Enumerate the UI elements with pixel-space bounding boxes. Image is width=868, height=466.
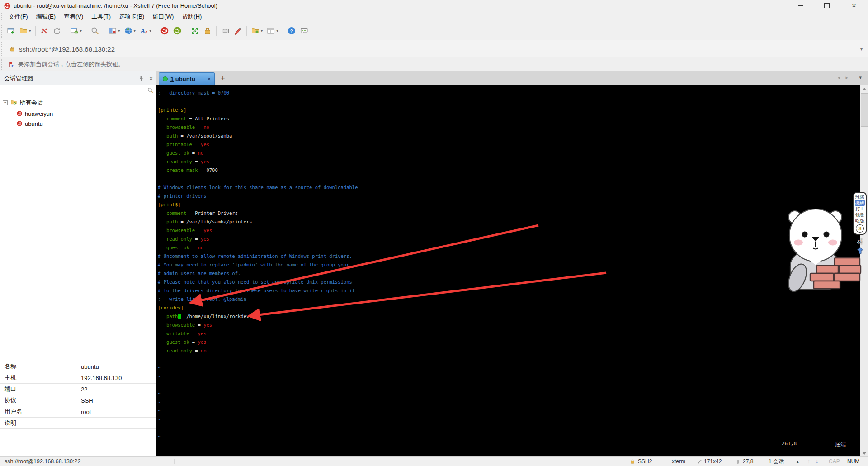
menu-item[interactable]: 工具(T) bbox=[87, 11, 115, 22]
session-item-ubuntu[interactable]: ubuntu bbox=[11, 119, 53, 128]
minimize-button[interactable] bbox=[790, 0, 810, 11]
tree-root-label[interactable]: 所有会话 bbox=[19, 99, 43, 107]
status-protocol[interactable]: SSH2 bbox=[638, 457, 652, 466]
property-value[interactable]: root bbox=[77, 406, 156, 417]
tree-root-all-sessions[interactable]: − 所有会话 bbox=[3, 99, 43, 107]
dropdown-arrow-icon[interactable]: ▾ bbox=[149, 29, 151, 33]
svg-text:?: ? bbox=[290, 29, 293, 34]
terminal-text: ; directory mask = 0700 [printers] comme… bbox=[158, 89, 358, 441]
pin-icon[interactable] bbox=[136, 75, 146, 81]
sticker-caption: 球陪搬砖打工领急吃饭S 葵 bbox=[853, 192, 867, 255]
toolbar-separator bbox=[246, 26, 247, 36]
font-button[interactable]: A▾ bbox=[138, 24, 153, 37]
tree-expander-icon[interactable]: − bbox=[3, 100, 8, 105]
terminal-screen[interactable]: ; directory mask = 0700 [printers] comme… bbox=[156, 85, 868, 457]
xshell-button[interactable] bbox=[159, 24, 170, 37]
status-session-count[interactable]: 1 会话 bbox=[769, 457, 784, 466]
keyboard-button[interactable] bbox=[219, 24, 231, 37]
status-separator bbox=[222, 459, 222, 464]
scroll-down-icon[interactable] bbox=[860, 450, 868, 457]
folder-plus-button[interactable]: ▾ bbox=[250, 24, 264, 37]
open-folder-button[interactable]: ▾ bbox=[18, 24, 33, 37]
session-properties-button[interactable]: ▾ bbox=[69, 24, 84, 37]
tree-guide-stub bbox=[5, 124, 10, 124]
session-item-huaweiyun[interactable]: huaweiyun bbox=[11, 109, 53, 119]
lock-icon bbox=[203, 26, 212, 35]
scroll-top-icon[interactable]: ↑ bbox=[807, 457, 810, 466]
property-value[interactable] bbox=[77, 418, 156, 428]
layout-button[interactable]: ▾ bbox=[265, 24, 280, 37]
address-value[interactable]: ssh://root:*@192.168.68.130:22 bbox=[19, 45, 115, 53]
address-bar[interactable]: ssh://root:*@192.168.68.130:22 ▾ bbox=[0, 40, 868, 58]
session-search-input[interactable] bbox=[2, 86, 144, 96]
menu-item[interactable]: 文件(F) bbox=[5, 11, 32, 22]
web-button[interactable]: ▾ bbox=[123, 24, 137, 37]
flag-icon[interactable] bbox=[8, 61, 15, 68]
dropdown-arrow-icon[interactable]: ▾ bbox=[29, 29, 31, 33]
property-label: 名称 bbox=[0, 362, 77, 371]
xftp-button[interactable] bbox=[171, 24, 183, 37]
dropdown-arrow-icon[interactable]: ▾ bbox=[276, 29, 278, 33]
terminal-line: ~ bbox=[158, 364, 358, 372]
compose-button[interactable]: ▾ bbox=[107, 24, 122, 37]
close-button[interactable]: × bbox=[844, 0, 864, 11]
reconnect-icon bbox=[52, 26, 61, 35]
help-button[interactable]: ? bbox=[286, 24, 297, 37]
dropdown-arrow-icon[interactable]: ▾ bbox=[261, 29, 263, 33]
menu-item[interactable]: 查看(V) bbox=[60, 11, 87, 22]
connected-dot-icon bbox=[163, 76, 168, 81]
address-dropdown-icon[interactable]: ▾ bbox=[860, 47, 863, 52]
property-label: 端口 bbox=[0, 385, 77, 393]
scroll-bottom-icon[interactable]: ↓ bbox=[816, 457, 818, 466]
terminal-line: ~ bbox=[158, 433, 358, 441]
disconnect-button[interactable] bbox=[38, 24, 50, 37]
tab-scroll-right-icon[interactable]: ▸ bbox=[845, 75, 848, 81]
main-area: 会话管理器 × − 所有会话 huaweiyunubuntu 名称ubuntu主… bbox=[0, 71, 868, 457]
scroll-up-icon[interactable] bbox=[860, 85, 868, 92]
terminal-line: read only = yes bbox=[158, 235, 358, 243]
tab-list-icon[interactable]: ▾ bbox=[859, 75, 862, 81]
fullscreen-button[interactable] bbox=[189, 24, 201, 37]
search-icon[interactable] bbox=[147, 87, 154, 95]
reconnect-button[interactable] bbox=[51, 24, 63, 37]
scrollbar-thumb[interactable] bbox=[861, 93, 868, 127]
terminal-line: guest ok = yes bbox=[158, 338, 358, 347]
dropdown-arrow-icon[interactable]: ▾ bbox=[118, 29, 120, 33]
status-terminal-size[interactable]: 171x42 bbox=[704, 457, 722, 466]
property-value[interactable] bbox=[77, 429, 156, 440]
session-item-label[interactable]: huaweiyun bbox=[25, 110, 53, 117]
property-value[interactable]: SSH bbox=[77, 395, 156, 406]
ssl-lock-icon bbox=[9, 46, 15, 52]
dropdown-arrow-icon[interactable]: ▾ bbox=[80, 29, 82, 33]
vim-ruler-position: 261,8 bbox=[782, 441, 797, 447]
menu-item[interactable]: 帮助(H) bbox=[178, 11, 206, 22]
status-terminal-type[interactable]: xterm bbox=[672, 457, 685, 466]
tab-ubuntu[interactable]: 1 ubuntu × bbox=[159, 72, 215, 85]
status-cursor-position[interactable]: 27,8 bbox=[743, 457, 753, 466]
pen-button[interactable] bbox=[232, 24, 244, 37]
session-item-label[interactable]: ubuntu bbox=[25, 120, 43, 127]
menu-item[interactable]: 选项卡(B) bbox=[115, 11, 148, 22]
terminal-line: [printers] bbox=[158, 106, 358, 114]
session-popup-icon[interactable]: ▴ bbox=[797, 457, 799, 466]
pen-icon bbox=[233, 26, 242, 35]
property-value[interactable]: 22 bbox=[77, 384, 156, 395]
menu-item[interactable]: 窗口(W) bbox=[148, 11, 178, 22]
new-tab-button[interactable]: + bbox=[218, 73, 228, 84]
lock-button[interactable] bbox=[202, 24, 213, 37]
maximize-button[interactable] bbox=[817, 0, 837, 11]
property-row: 主机192.168.68.130 bbox=[0, 372, 156, 384]
tab-close-icon[interactable]: × bbox=[203, 76, 214, 82]
toolbar-separator bbox=[156, 26, 156, 36]
tab-scroll-left-icon[interactable]: ◂ bbox=[837, 75, 840, 81]
new-session-button[interactable] bbox=[5, 24, 17, 37]
menu-item[interactable]: 编辑(E) bbox=[32, 11, 60, 22]
panel-close-icon[interactable]: × bbox=[146, 75, 156, 82]
fullscreen-icon bbox=[190, 26, 199, 35]
find-button[interactable] bbox=[89, 24, 101, 37]
property-value[interactable]: 192.168.68.130 bbox=[77, 372, 156, 383]
svg-text:A: A bbox=[140, 27, 145, 34]
chat-button[interactable] bbox=[298, 24, 310, 37]
dropdown-arrow-icon[interactable]: ▾ bbox=[134, 29, 136, 33]
property-value[interactable]: ubuntu bbox=[77, 361, 156, 372]
